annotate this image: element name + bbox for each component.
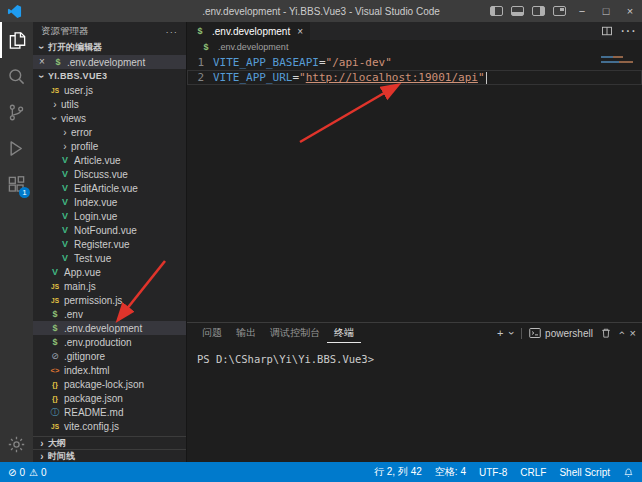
toggle-sidebar-icon[interactable] — [490, 6, 503, 16]
chevron-right-icon — [36, 451, 48, 462]
indentation[interactable]: 空格: 4 — [435, 465, 466, 479]
tree-item-env-development[interactable]: .env.development — [33, 321, 186, 335]
tree-item-gitignore[interactable]: .gitignore — [33, 349, 186, 363]
tree-item-register-vue[interactable]: Register.vue — [33, 237, 186, 251]
encoding[interactable]: UTF-8 — [479, 467, 507, 478]
toggle-panel-icon[interactable] — [511, 6, 524, 16]
vscode-logo-icon — [7, 4, 22, 19]
close-panel-icon[interactable]: × — [630, 328, 636, 339]
tree-item-utils[interactable]: utils — [33, 97, 186, 111]
panel-tab-0[interactable]: 问题 — [195, 323, 229, 343]
vue-file-icon — [59, 154, 71, 166]
code-line-2[interactable]: 2VITE_APP_URL="http://localhost:19001/ap… — [187, 70, 642, 85]
line-content: VITE_APP_BASEAPI="/api-dev" — [213, 55, 642, 70]
eol-sequence[interactable]: CRLF — [520, 467, 546, 478]
tree-item-index-vue[interactable]: Index.vue — [33, 195, 186, 209]
tree-item-discuss-vue[interactable]: Discuss.vue — [33, 167, 186, 181]
open-editor-item-env-development[interactable]: × .env.development — [33, 55, 186, 69]
restore-button[interactable]: □ — [594, 0, 618, 22]
project-folder-header[interactable]: YI.BBS.VUE3 — [33, 69, 186, 83]
divider — [521, 328, 522, 339]
cursor-position[interactable]: 行 2, 列 42 — [374, 465, 422, 479]
tree-item-login-vue[interactable]: Login.vue — [33, 209, 186, 223]
sidebar-more-actions-icon[interactable]: ··· — [166, 26, 179, 37]
tree-item-editarticle-vue[interactable]: EditArticle.vue — [33, 181, 186, 195]
tree-item-readme-md[interactable]: README.md — [33, 405, 186, 419]
settings-gear-icon[interactable] — [0, 426, 33, 462]
more-actions-icon[interactable]: ··· — [620, 22, 636, 40]
tree-item-article-vue[interactable]: Article.vue — [33, 153, 186, 167]
run-debug-icon[interactable] — [0, 130, 33, 166]
tab-env-development[interactable]: .env.development × — [187, 22, 310, 40]
split-editor-icon[interactable] — [601, 25, 613, 37]
code-editor[interactable]: 1VITE_APP_BASEAPI="/api-dev"2VITE_APP_UR… — [187, 54, 642, 85]
minimize-button[interactable]: − — [570, 0, 594, 22]
vue-file-icon — [49, 266, 61, 278]
tree-item-profile[interactable]: profile — [33, 139, 186, 153]
toggle-secondary-sidebar-icon[interactable] — [532, 6, 545, 16]
timeline-section-header[interactable]: 时间线 — [33, 449, 186, 462]
tree-item-label: package-lock.json — [64, 379, 144, 390]
terminal-dropdown-icon[interactable]: › — [506, 331, 518, 335]
tree-item-test-vue[interactable]: Test.vue — [33, 251, 186, 265]
vue-file-icon — [59, 168, 71, 180]
tree-item-index-html[interactable]: index.html — [33, 363, 186, 377]
close-button[interactable]: × — [618, 0, 642, 22]
new-terminal-icon[interactable]: + — [497, 328, 503, 339]
chevron-right-icon — [36, 438, 48, 449]
token-key: VITE_APP_URL — [213, 71, 292, 84]
panel-tab-1[interactable]: 输出 — [229, 323, 263, 343]
tree-item-user-js[interactable]: user.js — [33, 83, 186, 97]
terminal-output[interactable]: PS D:\CSharp\Yi\Yi.BBS.Vue3> — [187, 343, 642, 365]
activity-bar: 1 — [0, 22, 33, 462]
minimap[interactable] — [601, 56, 637, 66]
code-line-1[interactable]: 1VITE_APP_BASEAPI="/api-dev" — [187, 55, 642, 70]
tree-item-package-lock-json[interactable]: package-lock.json — [33, 377, 186, 391]
env-file-icon — [49, 308, 61, 320]
tree-item-label: package.json — [64, 393, 123, 404]
language-mode[interactable]: Shell Script — [559, 467, 610, 478]
extensions-icon[interactable]: 1 — [0, 166, 33, 202]
breadcrumb[interactable]: .env.development — [187, 40, 642, 54]
tree-item-views[interactable]: views — [33, 111, 186, 125]
sidebar-title-row: 资源管理器 ··· — [33, 22, 186, 40]
panel-tabs: 问题输出调试控制台终端 — [195, 323, 361, 343]
notifications-bell-icon[interactable] — [623, 467, 634, 478]
maximize-panel-icon[interactable]: › — [615, 331, 627, 335]
panel-tab-3[interactable]: 终端 — [327, 323, 361, 343]
js-file-icon — [49, 420, 61, 433]
tree-item-label: EditArticle.vue — [74, 183, 138, 194]
close-tab-icon[interactable]: × — [297, 26, 303, 37]
token-string: " — [478, 71, 485, 84]
problems-status[interactable]: ⊘ 0 ⚠ 0 — [8, 467, 46, 478]
line-content: VITE_APP_URL="http://localhost:19001/api… — [213, 70, 642, 85]
tree-item-env[interactable]: .env — [33, 307, 186, 321]
tree-item-notfound-vue[interactable]: NotFound.vue — [33, 223, 186, 237]
tree-item-error[interactable]: error — [33, 125, 186, 139]
tree-item-vite-config-js[interactable]: vite.config.js — [33, 419, 186, 433]
tree-item-permission-js[interactable]: permission.js — [33, 293, 186, 307]
token-string: "/api-dev" — [326, 56, 392, 69]
tree-item-label: NotFound.vue — [74, 225, 137, 236]
tree-item-main-js[interactable]: main.js — [33, 279, 186, 293]
editor-actions: ··· — [601, 22, 636, 40]
tree-item-package-json[interactable]: package.json — [33, 391, 186, 405]
terminal-instance-powershell[interactable]: powershell — [529, 327, 593, 339]
panel-tab-2[interactable]: 调试控制台 — [263, 323, 327, 343]
html-file-icon — [49, 364, 61, 377]
tree-item-env-production[interactable]: .env.production — [33, 335, 186, 349]
vue-file-icon — [59, 252, 71, 264]
terminal-icon — [529, 327, 541, 339]
open-editors-header[interactable]: 打开的编辑器 — [33, 40, 186, 55]
customize-layout-icon[interactable] — [553, 6, 566, 16]
outline-section-header[interactable]: 大纲 — [33, 436, 186, 449]
file-tree: user.jsutilsviewserrorprofileArticle.vue… — [33, 83, 186, 436]
kill-terminal-trash-icon[interactable] — [600, 327, 612, 339]
search-icon[interactable] — [0, 58, 33, 94]
close-editor-icon[interactable]: × — [39, 57, 49, 67]
tree-item-app-vue[interactable]: App.vue — [33, 265, 186, 279]
token-link: http://localhost:19001/api — [306, 71, 478, 84]
source-control-icon[interactable] — [0, 94, 33, 130]
explorer-icon[interactable] — [0, 22, 33, 58]
terminal-prompt: PS D:\CSharp\Yi\Yi.BBS.Vue3> — [197, 353, 374, 365]
